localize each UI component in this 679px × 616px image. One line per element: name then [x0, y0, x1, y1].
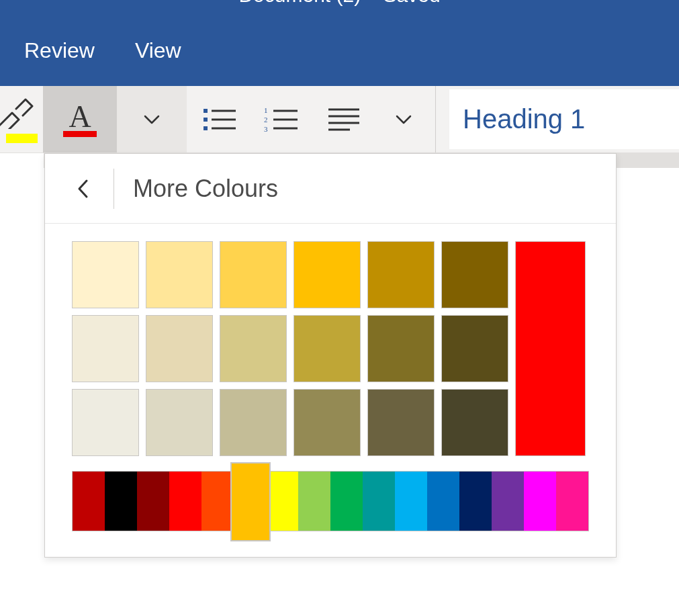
- alignment-button[interactable]: [313, 86, 375, 152]
- hue-swatch[interactable]: [234, 472, 266, 531]
- hue-swatch[interactable]: [427, 472, 459, 531]
- color-swatch[interactable]: [72, 315, 139, 382]
- panel-body: [45, 224, 616, 557]
- color-swatch[interactable]: [367, 241, 435, 308]
- color-swatch[interactable]: [72, 389, 139, 456]
- header-separator: [114, 169, 114, 209]
- color-swatch[interactable]: [367, 315, 435, 382]
- color-swatch[interactable]: [72, 241, 139, 308]
- panel-header: More Colours: [45, 154, 616, 224]
- ribbon: A 1 2 3: [0, 86, 679, 153]
- hue-swatch[interactable]: [459, 472, 492, 531]
- svg-text:1: 1: [264, 106, 268, 114]
- back-button[interactable]: [60, 169, 107, 209]
- document-title-row: Document (2) – Saved: [0, 0, 679, 15]
- hue-swatch[interactable]: [298, 472, 330, 531]
- shade-area: [72, 241, 589, 456]
- paragraph-more-dropdown[interactable]: [375, 110, 433, 129]
- svg-rect-2: [203, 126, 208, 130]
- style-gallery-item[interactable]: Heading 1: [449, 89, 679, 149]
- svg-rect-1: [203, 118, 208, 122]
- tab-review[interactable]: Review: [24, 38, 95, 63]
- color-swatch[interactable]: [441, 389, 508, 456]
- color-swatch[interactable]: [367, 389, 435, 456]
- font-group: A: [0, 86, 187, 152]
- svg-text:3: 3: [264, 125, 268, 133]
- shade-grid: [72, 241, 508, 456]
- ruler-strip-margin: [0, 153, 44, 168]
- color-swatch[interactable]: [146, 389, 213, 456]
- color-swatch[interactable]: [293, 241, 361, 308]
- hue-swatch[interactable]: [556, 472, 588, 531]
- hue-swatch[interactable]: [169, 472, 201, 531]
- paragraph-group: 1 2 3: [187, 86, 436, 152]
- shade-row: [72, 389, 508, 456]
- hue-swatch[interactable]: [492, 472, 524, 531]
- hue-swatch[interactable]: [105, 472, 137, 531]
- color-swatch[interactable]: [441, 315, 508, 382]
- chevron-down-icon: [394, 110, 413, 129]
- svg-text:2: 2: [264, 116, 268, 124]
- font-color-button[interactable]: A: [43, 86, 117, 152]
- color-swatch[interactable]: [146, 315, 213, 382]
- color-swatch[interactable]: [441, 241, 508, 308]
- hue-bar: [72, 471, 589, 531]
- document-title: Document (2) – Saved: [238, 0, 440, 6]
- font-color-letter: A: [69, 101, 91, 132]
- color-swatch[interactable]: [293, 389, 361, 456]
- ribbon-tabs: Review View: [0, 15, 679, 86]
- text-highlight-button[interactable]: [0, 86, 43, 152]
- selected-color-preview[interactable]: [515, 241, 586, 456]
- bulleted-list-button[interactable]: [189, 86, 251, 152]
- align-justify-icon: [326, 105, 362, 134]
- font-color-dropdown[interactable]: [117, 86, 187, 152]
- style-name-label: Heading 1: [463, 104, 585, 134]
- font-color-split-button: A: [43, 86, 187, 152]
- hue-swatch[interactable]: [137, 472, 169, 531]
- color-swatch[interactable]: [220, 241, 287, 308]
- numbered-list-button[interactable]: 1 2 3: [251, 86, 313, 152]
- bullet-list-icon: [202, 105, 238, 134]
- shade-row: [72, 315, 508, 382]
- svg-rect-0: [203, 109, 208, 113]
- hue-swatch[interactable]: [524, 472, 556, 531]
- color-swatch[interactable]: [293, 315, 361, 382]
- hue-swatch[interactable]: [266, 472, 298, 531]
- panel-title: More Colours: [133, 175, 278, 203]
- shade-row: [72, 241, 508, 308]
- color-swatch[interactable]: [146, 241, 213, 308]
- hue-swatch[interactable]: [73, 472, 105, 531]
- highlighter-icon: [0, 98, 34, 129]
- highlight-color-bar: [6, 134, 38, 143]
- color-swatch[interactable]: [220, 315, 287, 382]
- hue-swatch[interactable]: [201, 472, 234, 531]
- chevron-down-icon: [142, 110, 161, 129]
- font-color-bar: [63, 131, 97, 137]
- numbered-list-icon: 1 2 3: [264, 105, 300, 134]
- color-swatch[interactable]: [220, 389, 287, 456]
- more-colours-panel: More Colours: [44, 153, 617, 558]
- chevron-left-icon: [75, 179, 91, 199]
- title-bar: Document (2) – Saved Review View: [0, 0, 679, 86]
- hue-swatch[interactable]: [363, 472, 395, 531]
- hue-swatch[interactable]: [395, 472, 427, 531]
- hue-swatch[interactable]: [330, 472, 363, 531]
- tab-view[interactable]: View: [135, 38, 181, 63]
